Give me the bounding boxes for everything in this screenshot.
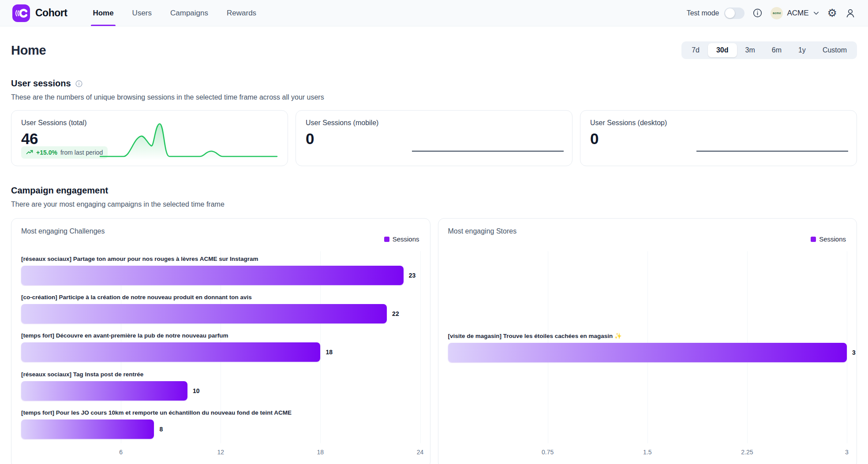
bar-track: 8 <box>21 419 420 439</box>
time-range-selector: 7d30d3m6m1yCustom <box>681 41 857 59</box>
bar-label: [visite de magasin] Trouve les étoiles c… <box>448 332 847 339</box>
x-tick-label: 2.25 <box>741 449 753 456</box>
flat-sparkline <box>412 151 564 152</box>
legend-label: Sessions <box>393 235 419 243</box>
page-title: Home <box>11 43 46 58</box>
bar-track: 22 <box>21 304 420 323</box>
brand[interactable]: Cohort <box>12 0 67 26</box>
time-range-option-7d[interactable]: 7d <box>683 43 708 57</box>
campaign-engagement-description: There are your most engaging campaigns i… <box>11 200 857 208</box>
chart-plot: [visite de magasin] Trouve les étoiles c… <box>448 251 847 443</box>
legend-swatch <box>811 237 816 242</box>
bar[interactable] <box>448 343 847 362</box>
chevron-down-icon <box>813 10 819 16</box>
bar-label: [réseaux sociaux] Partage ton amour pour… <box>21 256 420 262</box>
x-tick-label: 6 <box>119 449 123 456</box>
time-range-option-6m[interactable]: 6m <box>763 43 790 57</box>
chart-title: Most engaging Challenges <box>21 227 420 235</box>
settings-gear-icon[interactable]: ⚙︎ <box>827 7 837 19</box>
stat-label: User Sessions (mobile) <box>306 119 562 127</box>
bar-label: [réseaux sociaux] Tag Insta post de rent… <box>21 371 420 378</box>
bar-value: 3 <box>852 349 856 356</box>
flat-sparkline <box>696 151 848 152</box>
bar[interactable] <box>21 419 154 439</box>
org-avatar: acme <box>771 7 783 19</box>
nav-item-users[interactable]: Users <box>132 0 152 26</box>
bar-label: [temps fort] Pour les JO cours 10km et r… <box>21 409 420 416</box>
bar-group: [temps fort] Découvre en avant-première … <box>21 332 420 362</box>
bar-track: 3 <box>448 343 847 362</box>
bar-value: 22 <box>392 310 399 317</box>
nav-item-campaigns[interactable]: Campaigns <box>170 0 208 26</box>
x-tick-label: 24 <box>417 449 424 456</box>
bar-group: [visite de magasin] Trouve les étoiles c… <box>448 332 847 362</box>
x-tick-label: 12 <box>217 449 224 456</box>
stat-value: 0 <box>590 130 847 148</box>
top-navigation-bar: Cohort HomeUsersCampaignsRewards Test mo… <box>0 0 868 26</box>
stat-label: User Sessions (desktop) <box>590 119 847 127</box>
x-tick-label: 0.75 <box>542 449 554 456</box>
stores-chart-card: Most engaging Stores Sessions [visite de… <box>438 218 857 464</box>
bar-track: 10 <box>21 381 420 401</box>
org-name: ACME <box>787 9 808 18</box>
brand-name: Cohort <box>35 7 67 19</box>
trend-badge: +15.0% from last period <box>21 146 108 159</box>
toggle-knob <box>725 8 735 18</box>
info-icon[interactable] <box>75 80 83 88</box>
bar-track: 23 <box>21 266 420 285</box>
nav-item-home[interactable]: Home <box>93 0 113 26</box>
challenges-chart-card: Most engaging Challenges Sessions [résea… <box>11 218 430 464</box>
time-range-option-3m[interactable]: 3m <box>737 43 763 57</box>
bar-label: [temps fort] Découvre en avant-première … <box>21 332 420 339</box>
time-range-option-30d[interactable]: 30d <box>708 43 737 57</box>
campaign-engagement-heading: Campaign engagement <box>11 186 108 196</box>
primary-nav: HomeUsersCampaignsRewards <box>93 0 256 26</box>
x-tick-label: 3 <box>845 449 849 456</box>
x-axis: 6121824 <box>21 447 420 458</box>
bar-value: 8 <box>159 426 163 433</box>
time-range-option-custom[interactable]: Custom <box>814 43 855 57</box>
bar[interactable] <box>21 266 404 285</box>
user-sessions-heading: User sessions <box>11 78 71 89</box>
trending-up-icon <box>26 149 33 156</box>
user-profile-icon[interactable] <box>845 8 856 19</box>
org-switcher[interactable]: acme ACME <box>771 7 819 19</box>
gridline <box>847 251 847 443</box>
bar[interactable] <box>21 304 387 323</box>
stat-card-desktop: User Sessions (desktop) 0 <box>580 110 857 166</box>
bar-value: 23 <box>409 272 416 279</box>
x-axis: 0.751.52.253 <box>448 447 847 458</box>
test-mode-toggle[interactable] <box>724 7 745 19</box>
info-icon[interactable] <box>752 8 763 18</box>
time-range-option-1y[interactable]: 1y <box>790 43 814 57</box>
gridline <box>420 251 421 443</box>
nav-item-rewards[interactable]: Rewards <box>227 0 256 26</box>
bar-rows: [réseaux sociaux] Partage ton amour pour… <box>21 251 420 443</box>
sessions-sparkline <box>99 120 278 160</box>
bar-group: [réseaux sociaux] Tag Insta post de rent… <box>21 371 420 401</box>
bar-label: [co-création] Participe à la création de… <box>21 294 420 301</box>
chart-plot: [réseaux sociaux] Partage ton amour pour… <box>21 251 420 443</box>
bar-group: [co-création] Participe à la création de… <box>21 294 420 323</box>
x-tick-label: 18 <box>317 449 324 456</box>
bar-group: [réseaux sociaux] Partage ton amour pour… <box>21 256 420 285</box>
bar-value: 18 <box>326 349 333 356</box>
bar-track: 18 <box>21 342 420 362</box>
x-tick-label: 1.5 <box>643 449 651 456</box>
stat-card-mobile: User Sessions (mobile) 0 <box>296 110 572 166</box>
bar-rows: [visite de magasin] Trouve les étoiles c… <box>448 251 847 443</box>
test-mode-label: Test mode <box>687 9 719 17</box>
chart-legend: Sessions <box>811 235 846 243</box>
badge-delta: +15.0% <box>36 149 57 156</box>
bar-value: 10 <box>193 387 200 394</box>
badge-suffix: from last period <box>60 149 103 156</box>
cohort-logo-icon <box>12 4 30 22</box>
bar-group: [temps fort] Pour les JO cours 10km et r… <box>21 409 420 439</box>
bar[interactable] <box>21 342 320 362</box>
bar[interactable] <box>21 381 187 401</box>
legend-label: Sessions <box>819 235 846 243</box>
stat-card-total: User Sessions (total) 46 +15.0% from las… <box>11 110 288 166</box>
user-sessions-description: These are the numbers of unique browsing… <box>11 93 857 101</box>
chart-title: Most engaging Stores <box>448 227 847 235</box>
chart-legend: Sessions <box>384 235 419 243</box>
